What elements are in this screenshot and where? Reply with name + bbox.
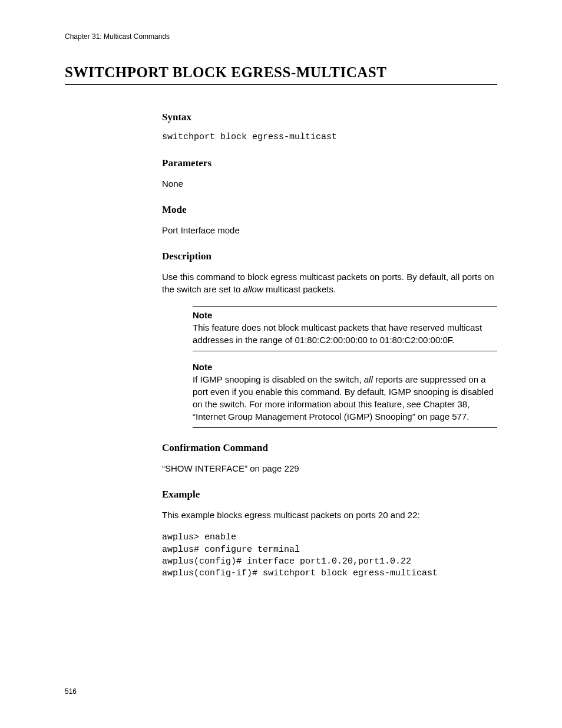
syntax-code: switchport block egress-multicast bbox=[162, 131, 497, 143]
note-rule bbox=[193, 351, 497, 351]
note-block-2: Note If IGMP snooping is disabled on the… bbox=[193, 362, 497, 428]
page-number: 516 bbox=[65, 687, 77, 696]
parameters-text: None bbox=[162, 177, 497, 190]
heading-mode: Mode bbox=[162, 204, 497, 216]
page: Chapter 31: Multicast Commands SWITCHPOR… bbox=[0, 0, 562, 728]
content-body: Syntax switchport block egress-multicast… bbox=[162, 111, 497, 579]
heading-syntax: Syntax bbox=[162, 111, 497, 123]
example-intro: This example blocks egress multicast pac… bbox=[162, 509, 497, 521]
note-rule bbox=[193, 427, 497, 428]
description-text: Use this command to block egress multica… bbox=[162, 271, 497, 295]
heading-confirmation: Confirmation Command bbox=[162, 442, 497, 454]
description-after: multicast packets. bbox=[263, 284, 336, 294]
note-text: If IGMP snooping is disabled on the swit… bbox=[193, 373, 497, 423]
heading-parameters: Parameters bbox=[162, 157, 497, 169]
note-label: Note bbox=[193, 310, 497, 320]
heading-example: Example bbox=[162, 489, 497, 500]
chapter-header: Chapter 31: Multicast Commands bbox=[65, 32, 497, 41]
note-label: Note bbox=[193, 362, 497, 372]
note-block-1: Note This feature does not block multica… bbox=[193, 306, 497, 351]
title-block: SWITCHPORT BLOCK EGRESS-MULTICAST bbox=[65, 64, 497, 85]
mode-text: Port Interface mode bbox=[162, 224, 497, 236]
example-code: awplus> enable awplus# configure termina… bbox=[162, 532, 497, 579]
heading-description: Description bbox=[162, 251, 497, 262]
note-text: This feature does not block multicast pa… bbox=[193, 321, 497, 346]
page-title: SWITCHPORT BLOCK EGRESS-MULTICAST bbox=[65, 64, 497, 81]
note2-italic: all bbox=[364, 374, 373, 384]
note2-before: If IGMP snooping is disabled on the swit… bbox=[193, 374, 364, 384]
description-italic: allow bbox=[243, 284, 263, 294]
note-rule bbox=[193, 306, 497, 307]
confirmation-text: “SHOW INTERFACE” on page 229 bbox=[162, 462, 497, 475]
